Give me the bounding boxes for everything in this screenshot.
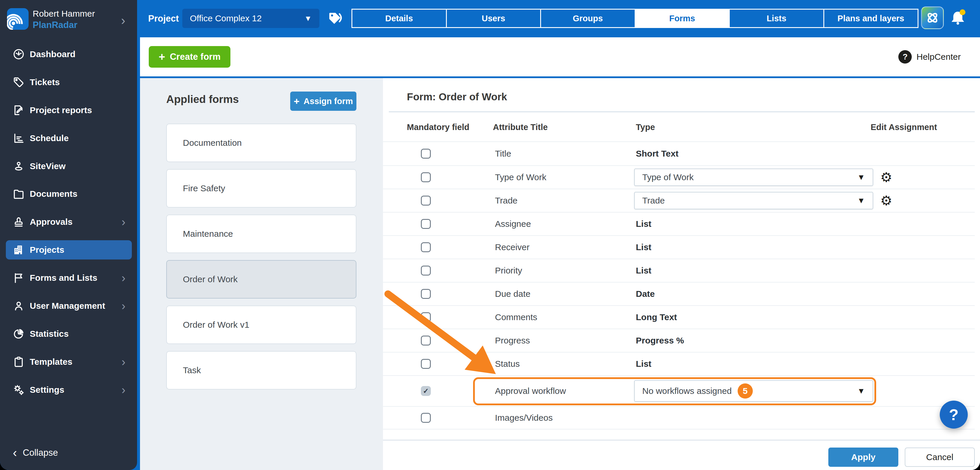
form-card-label: Fire Safety: [183, 183, 225, 193]
attribute-title: Comments: [495, 312, 537, 322]
tab-users[interactable]: Users: [446, 10, 541, 27]
planradar-logo: [7, 8, 29, 30]
floating-help-button[interactable]: ?: [940, 401, 968, 429]
tab-plans-and-layers[interactable]: Plans and layers: [823, 10, 918, 27]
attribute-title: Approval workflow: [495, 386, 566, 396]
project-select[interactable]: Office Complex 12 ▼: [182, 9, 320, 28]
chevron-right-icon: ›: [122, 356, 126, 368]
form-card-order-of-work[interactable]: Order of Work: [166, 260, 356, 299]
attribute-type: List: [636, 359, 651, 369]
tab-forms[interactable]: Forms: [635, 10, 729, 27]
sidebar-item-templates[interactable]: Templates›: [0, 348, 137, 376]
tab-lists[interactable]: Lists: [729, 10, 823, 27]
table-row-trade: TradeTrade▼⚙: [383, 189, 975, 212]
count-badge: 5: [738, 383, 753, 399]
apply-button[interactable]: Apply: [828, 448, 898, 467]
mandatory-checkbox[interactable]: [421, 195, 431, 206]
create-form-label: Create form: [170, 52, 221, 62]
mandatory-checkbox[interactable]: [421, 359, 431, 369]
sidebar-item-tickets[interactable]: Tickets: [0, 68, 137, 96]
attribute-title: Assignee: [495, 219, 531, 229]
table-row-status: StatusList: [383, 352, 975, 375]
help-center-link[interactable]: ? HelpCenter: [898, 50, 961, 64]
attribute-type: Long Text: [636, 312, 677, 322]
sidebar-item-approvals[interactable]: Approvals›: [0, 208, 137, 236]
user-management-icon: [12, 299, 25, 312]
mandatory-checkbox[interactable]: [421, 219, 431, 229]
sidebar-item-label: Approvals: [30, 217, 73, 227]
notifications-bell-icon[interactable]: [947, 8, 968, 29]
sidebar-item-settings[interactable]: Settings›: [0, 376, 137, 404]
attribute-type: Date: [636, 289, 655, 299]
form-detail-panel: Form: Order of Work Mandatory field Attr…: [383, 78, 980, 470]
sidebar-nav: DashboardTicketsProject reportsScheduleS…: [0, 40, 137, 404]
app-window: Project Office Complex 12 ▼ DetailsUsers…: [0, 0, 980, 470]
sidebar-item-user-management[interactable]: User Management›: [0, 292, 137, 320]
create-form-button[interactable]: + Create form: [149, 46, 231, 68]
mandatory-checkbox[interactable]: [421, 336, 431, 346]
dropdown-value: Type of Work: [642, 172, 694, 182]
sidebar-item-documents[interactable]: Documents: [0, 180, 137, 208]
form-card-fire-safety[interactable]: Fire Safety: [166, 169, 356, 208]
sidebar-item-schedule[interactable]: Schedule: [0, 124, 137, 152]
sidebar-item-dashboard[interactable]: Dashboard: [0, 40, 137, 68]
project-reports-icon: [12, 104, 25, 117]
mandatory-checkbox[interactable]: [421, 413, 431, 423]
type-dropdown[interactable]: Type of Work▼: [634, 168, 873, 186]
chevron-right-icon: ›: [122, 300, 126, 312]
form-card-maintenance[interactable]: Maintenance: [166, 214, 356, 253]
collapse-button[interactable]: ‹ Collapse: [13, 447, 58, 459]
table-row-due-date: Due dateDate: [383, 282, 975, 305]
mandatory-checkbox[interactable]: [421, 312, 431, 322]
plus-icon: +: [159, 51, 165, 63]
form-card-task[interactable]: Task: [166, 351, 356, 389]
tab-details[interactable]: Details: [352, 10, 446, 27]
dropdown-value: Trade: [642, 195, 665, 206]
type-dropdown[interactable]: Trade▼: [634, 192, 873, 210]
sidebar-item-label: Dashboard: [30, 49, 76, 59]
col-attribute-title: Attribute Title: [493, 121, 548, 133]
type-dropdown[interactable]: No workflows assigned5▼: [634, 380, 873, 402]
tag-icon[interactable]: [328, 11, 343, 26]
sidebar-item-label: Settings: [30, 385, 64, 395]
dashboard-icon: [12, 48, 25, 60]
tab-groups[interactable]: Groups: [540, 10, 635, 27]
assign-form-label: Assign form: [304, 97, 353, 106]
col-type: Type: [636, 121, 655, 133]
sidebar-item-project-reports[interactable]: Project reports: [0, 96, 137, 124]
applied-forms-panel: Applied forms + Assign form Documentatio…: [140, 78, 383, 470]
attribute-type: List: [636, 266, 651, 276]
sidebar-item-forms-and-lists[interactable]: Forms and Lists›: [0, 264, 137, 292]
templates-icon: [12, 356, 25, 368]
table-row-title: TitleShort Text: [383, 141, 975, 165]
help-center-label: HelpCenter: [916, 52, 961, 62]
sidebar-item-statistics[interactable]: Statistics: [0, 320, 137, 348]
table-row-progress: ProgressProgress %: [383, 329, 975, 352]
mandatory-checkbox[interactable]: [421, 289, 431, 299]
schedule-icon: [12, 132, 25, 144]
form-card-order-of-work-v1[interactable]: Order of Work v1: [166, 306, 356, 344]
sidebar-header[interactable]: Robert Hammer PlanRadar ›: [0, 0, 137, 40]
sidebar-item-label: Schedule: [30, 133, 68, 143]
caret-down-icon: ▼: [857, 173, 865, 182]
gear-icon[interactable]: ⚙: [880, 194, 892, 207]
sidebar-item-siteview[interactable]: SiteView: [0, 152, 137, 180]
sidebar-item-projects[interactable]: Projects: [0, 236, 137, 264]
tickets-icon: [12, 76, 25, 89]
mandatory-checkbox[interactable]: [421, 242, 431, 252]
cancel-button[interactable]: Cancel: [905, 448, 975, 467]
dropdown-value: No workflows assigned: [642, 386, 732, 396]
chevron-left-icon: ‹: [13, 447, 17, 459]
documents-icon: [12, 187, 25, 200]
gear-icon[interactable]: ⚙: [880, 171, 892, 184]
form-card-documentation[interactable]: Documentation: [166, 124, 356, 162]
mandatory-checkbox[interactable]: ✓: [421, 386, 431, 396]
mandatory-checkbox[interactable]: [421, 172, 431, 182]
title-divider: [389, 111, 975, 112]
sidebar: Robert Hammer PlanRadar › DashboardTicke…: [0, 0, 137, 470]
forms-lists-icon: [12, 272, 25, 284]
mandatory-checkbox[interactable]: [421, 149, 431, 159]
assign-form-button[interactable]: + Assign form: [290, 92, 356, 111]
app-switcher-icon[interactable]: [921, 6, 944, 29]
mandatory-checkbox[interactable]: [421, 266, 431, 276]
